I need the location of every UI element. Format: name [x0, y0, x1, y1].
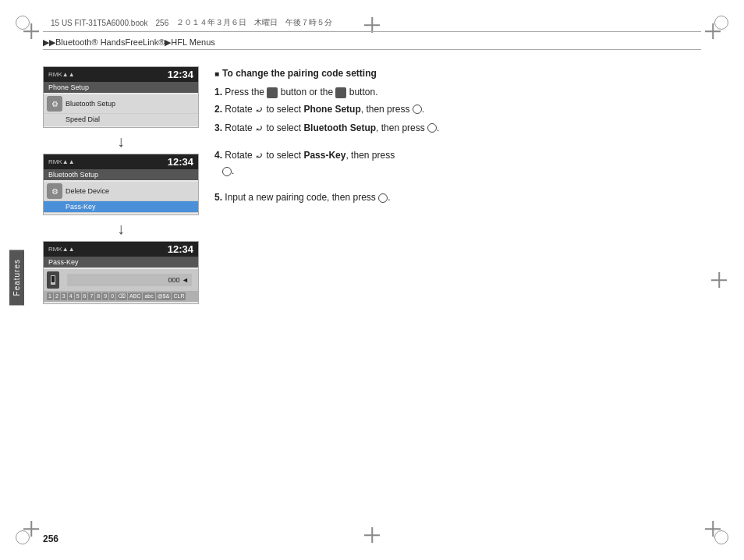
key-ABC: ABC — [128, 292, 142, 300]
step-5-number: 5. — [214, 192, 222, 203]
svg-rect-1 — [51, 276, 55, 282]
gear-icon-2: ⚙ — [47, 183, 62, 199]
page-info: 256 — [156, 19, 169, 27]
header-line — [43, 49, 701, 50]
screen3-input-row: 000 ◄ — [44, 269, 198, 291]
steps-1-3: 1. Press the button or the button. 2. Ro… — [214, 85, 701, 136]
passkey-input-field: 000 ◄ — [67, 274, 192, 286]
step-4-number: 4. — [214, 150, 222, 161]
screen1-title: Phone Setup — [44, 82, 198, 93]
step-4-bold: Pass-Key — [303, 150, 345, 161]
corner-circle-tr — [714, 16, 728, 30]
menu-button-icon — [267, 87, 278, 98]
crosshair-bottom-center — [364, 527, 380, 543]
step-2-number: 2. — [214, 104, 222, 115]
gear-icon: ⚙ — [47, 96, 62, 112]
rotate-icon-4: ⤾ — [255, 150, 264, 161]
key-clr: CLR — [172, 292, 186, 300]
screen3-icons: RMK▲▲ — [48, 246, 75, 253]
side-label: Features — [9, 250, 24, 305]
key-3: 3 — [61, 292, 67, 300]
rotate-icon-2: ⤾ — [255, 104, 264, 115]
press-icon-2 — [413, 105, 422, 114]
screen1-header: RMK▲▲ 12:34 — [44, 67, 198, 82]
arrow-down-1: ↓ — [43, 129, 199, 154]
screen2-item-passkey: Pass-Key — [44, 201, 198, 213]
screen-phone-setup: RMK▲▲ 12:34 Phone Setup ⚙ Bluetooth Setu… — [43, 66, 199, 128]
screen3-body: 000 ◄ 1 2 3 4 5 6 7 8 9 0 ⌫ ABC abc @$& — [44, 268, 198, 303]
page-number: 256 — [43, 533, 58, 544]
key-5: 5 — [75, 292, 81, 300]
instructions-panel: To change the pairing code setting 1. Pr… — [214, 58, 701, 521]
step-4: 4. Rotate ⤾ to select Pass-Key, then pre… — [214, 148, 701, 178]
step-3-bold: Bluetooth Setup — [303, 122, 376, 133]
step-3-number: 3. — [214, 122, 222, 133]
corner-circle-tl — [16, 16, 30, 30]
key-6: 6 — [82, 292, 88, 300]
instruction-title: To change the pairing code setting — [214, 66, 701, 80]
step-1-number: 1. — [214, 87, 222, 97]
key-9: 9 — [102, 292, 108, 300]
screen2-icons: RMK▲▲ — [48, 158, 75, 165]
screenshots-panel: RMK▲▲ 12:34 Phone Setup ⚙ Bluetooth Setu… — [43, 58, 199, 521]
screen1-item-bluetooth: Bluetooth Setup — [66, 100, 115, 108]
corner-circle-br — [714, 530, 728, 544]
screen2-title: Bluetooth Setup — [44, 169, 198, 180]
step-2-bold: Phone Setup — [303, 104, 360, 115]
press-icon-4 — [222, 167, 232, 176]
key-7: 7 — [88, 292, 94, 300]
key-8: 8 — [95, 292, 101, 300]
title-text: To change the pairing code setting — [222, 66, 377, 80]
breadcrumb: ▶▶Bluetooth® HandsFreeLink®▶HFL Menus — [43, 37, 215, 48]
file-info: 15 US FIT-31T5A6000.book — [51, 19, 148, 27]
step-2: 2. Rotate ⤾ to select Phone Setup, then … — [214, 102, 701, 118]
press-icon-5 — [378, 193, 388, 203]
step-5-group: 5. Input a new pairing code, then press … — [214, 190, 701, 204]
screen2-time: 12:34 — [168, 156, 193, 168]
key-1: 1 — [47, 292, 53, 300]
rotate-icon-3: ⤾ — [255, 122, 264, 134]
key-4: 4 — [68, 292, 74, 300]
screen-bluetooth-setup: RMK▲▲ 12:34 Bluetooth Setup ⚙ Delete Dev… — [43, 154, 199, 215]
step-1: 1. Press the button or the button. — [214, 85, 701, 99]
screen2-gear-row: ⚙ Delete Device — [44, 182, 198, 201]
svg-point-2 — [52, 283, 54, 285]
screen3-time: 12:34 — [168, 243, 193, 255]
screen1-body: ⚙ Bluetooth Setup Speed Dial — [44, 93, 198, 127]
screen1-gear-row: ⚙ Bluetooth Setup — [44, 94, 198, 114]
passkey-keyboard: 1 2 3 4 5 6 7 8 9 0 ⌫ ABC abc @$& CLR — [44, 291, 198, 302]
key-symbols: @$& — [156, 292, 172, 300]
key-0: 0 — [109, 292, 115, 300]
step-3: 3. Rotate ⤾ to select Bluetooth Setup, t… — [214, 121, 701, 136]
screen3-title: Pass-Key — [44, 257, 198, 268]
screen2-body: ⚙ Delete Device Pass-Key — [44, 180, 198, 214]
step-5: 5. Input a new pairing code, then press … — [214, 190, 701, 204]
screen1-time: 12:34 — [168, 69, 193, 80]
top-bar: 15 US FIT-31T5A6000.book 256 ２０１４年３月６日 木… — [43, 17, 701, 32]
main-content: RMK▲▲ 12:34 Phone Setup ⚙ Bluetooth Setu… — [43, 58, 701, 521]
phone-button-icon — [335, 87, 346, 98]
corner-circle-bl — [16, 530, 30, 544]
phone-icon — [47, 271, 59, 289]
arrow-down-2: ↓ — [43, 217, 199, 241]
crosshair-mid-right — [711, 272, 727, 288]
screen1-item-speeddial: Speed Dial — [44, 114, 198, 126]
key-backspace: ⌫ — [116, 292, 127, 300]
step-4-group: 4. Rotate ⤾ to select Pass-Key, then pre… — [214, 148, 701, 178]
screen1-icons: RMK▲▲ — [48, 71, 75, 78]
screen-pass-key: RMK▲▲ 12:34 Pass-Key 000 ◄ 1 2 3 4 5 6 — [43, 241, 199, 304]
key-2: 2 — [54, 292, 60, 300]
key-abc: abc — [143, 292, 154, 300]
screen3-header: RMK▲▲ 12:34 — [44, 242, 198, 257]
screen2-header: RMK▲▲ 12:34 — [44, 154, 198, 169]
screen2-item-delete: Delete Device — [66, 187, 109, 195]
date-info: ２０１４年３月６日 木曜日 午後７時５分 — [176, 17, 332, 28]
press-icon-3 — [427, 123, 437, 133]
